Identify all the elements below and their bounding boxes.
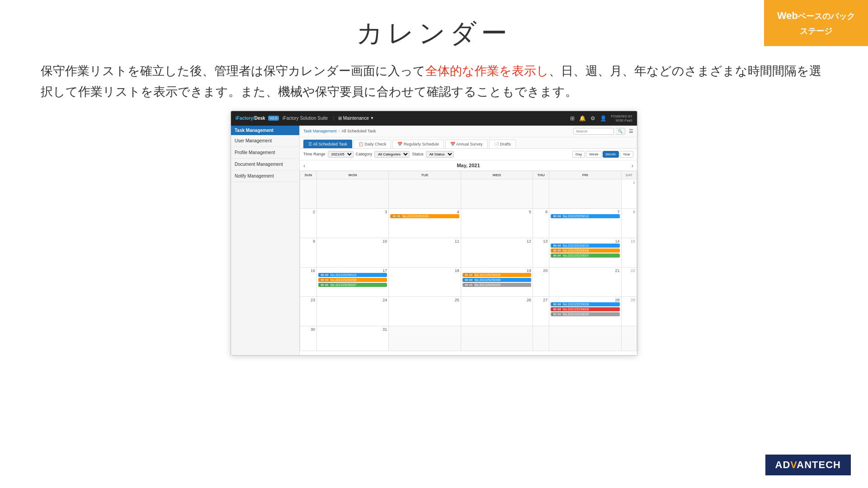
tab-all-scheduled-task[interactable]: ☰ All Scheduled Task [303, 140, 352, 148]
weekday-mon: MON [316, 171, 388, 179]
nav-separator: | [333, 116, 335, 121]
event-pill[interactable]: 00:00No.202105250009 [551, 302, 619, 306]
event-pill[interactable]: 00:00No.202105250008 [318, 278, 387, 282]
weekday-sat: SAT [621, 171, 637, 179]
tab-annual-survey[interactable]: 📅 Annual Survey [445, 140, 488, 148]
event-pill[interactable]: 00:00No.202105250005 [551, 312, 619, 316]
status-label: Status [412, 152, 424, 156]
time-range-select[interactable]: 2021/05 [328, 151, 354, 158]
event-pill[interactable]: 00:00No.202105250006 [551, 307, 619, 311]
calendar-month-header: ‹ May, 2021 › [300, 160, 637, 171]
event-pill[interactable]: 00:00No.202105250010 [551, 244, 619, 248]
version-badge: V2.0 [268, 116, 279, 121]
sidebar-header: Task Management [231, 126, 299, 135]
next-month-button[interactable]: › [632, 163, 633, 169]
page-title: カレンダー [0, 16, 868, 51]
advantech-logo: ADVANTECH [765, 455, 851, 475]
weekday-tue: TUE [389, 171, 461, 179]
badge-top-right: Webベースのバックステージ [764, 0, 868, 46]
table-row: 2 3 4 00:00 No.202105250009 5 6 [300, 208, 637, 238]
calendar-title: May, 2021 [457, 163, 480, 168]
table-row: 1 [300, 179, 637, 208]
weekday-thu: THU [533, 171, 549, 179]
event-pill[interactable]: 00:00No.202105250009 [462, 273, 531, 277]
prev-month-button[interactable]: ‹ [303, 163, 305, 169]
weekday-sun: SUN [300, 171, 317, 179]
breadcrumb-separator: › [339, 129, 340, 133]
filter-bar: Time Range 2021/05 Category All Categori… [300, 149, 637, 160]
grid-icon[interactable]: ⊞ [570, 115, 575, 122]
description: 保守作業リストを確立した後、管理者は保守カレンダー画面に入って全体的な作業を表示… [41, 61, 827, 103]
bell-icon[interactable]: 🔔 [579, 115, 586, 122]
main-content: Task Management › All Scheduled Task 🔍 ☰… [300, 126, 637, 355]
event-pill[interactable]: 00:00No.202105250010 [318, 273, 387, 277]
nav-maintenance[interactable]: ⊞ Maintenance ▼ [338, 116, 374, 121]
powered-by: POWERED BYWISE-PaaS [611, 114, 632, 122]
category-select[interactable]: All Categories [374, 151, 410, 158]
sidebar-item-user-management[interactable]: User Management [231, 135, 299, 147]
list-view-icon[interactable]: ☰ [629, 128, 633, 134]
table-row: 9 10 11 12 13 14 00:00No.202105250010 [300, 238, 637, 267]
event-pill[interactable]: 00:00No.202105250007 [551, 253, 619, 258]
search-input[interactable] [573, 128, 614, 135]
user-icon[interactable]: 👤 [600, 115, 607, 122]
top-nav: iFactory/Desk V2.0 iFactory Solution Sui… [231, 111, 637, 126]
tabs-bar: ☰ All Scheduled Task 📋 Daily Check 📅 Reg… [300, 137, 637, 149]
tab-daily-check[interactable]: 📋 Daily Check [354, 140, 392, 148]
sidebar: Task Management User Management Profile … [231, 126, 300, 355]
event-pill[interactable]: 00:00No.202105250008 [551, 249, 619, 253]
tab-regularly-schedule[interactable]: 📅 Regularly Schedule [392, 140, 444, 148]
view-day-button[interactable]: Day [572, 151, 585, 158]
search-button[interactable]: 🔍 [616, 128, 625, 135]
view-year-button[interactable]: Year [620, 151, 633, 158]
screenshot-wrapper: iFactory/Desk V2.0 iFactory Solution Sui… [231, 111, 637, 356]
view-week-button[interactable]: Week [586, 151, 601, 158]
calendar-table: SUN MON TUE WED THU FRI SAT [300, 171, 637, 351]
time-range-label: Time Range [303, 152, 326, 156]
breadcrumb: Task Management › All Scheduled Task 🔍 ☰ [300, 126, 637, 137]
weekday-fri: FRI [549, 171, 621, 179]
sidebar-item-notify-management[interactable]: Notify Management [231, 170, 299, 182]
breadcrumb-all-scheduled-task: All Scheduled Task [342, 129, 376, 133]
table-row: 30 31 [300, 326, 637, 351]
sidebar-item-profile-management[interactable]: Profile Management [231, 147, 299, 159]
category-label: Category [356, 152, 373, 156]
breadcrumb-task-management[interactable]: Task Management [303, 129, 337, 133]
event-pill[interactable]: 00:00No.202105250005 [462, 283, 531, 287]
brand-logo: iFactory/Desk [236, 116, 265, 121]
status-select[interactable]: All Status [426, 151, 454, 158]
nav-suite[interactable]: iFactory Solution Suite [283, 116, 328, 121]
view-month-button[interactable]: Month [603, 151, 619, 158]
weekday-wed: WED [461, 171, 533, 179]
table-row: 23 24 25 26 27 28 00:00No.202105250009 [300, 296, 637, 326]
table-row: 16 17 00:00No.202105250010 00:00No.20210… [300, 267, 637, 296]
event-pill[interactable]: 00:00 No.202105250010 [551, 214, 619, 218]
settings-icon[interactable]: ⚙ [590, 115, 595, 122]
calendar-container: ‹ May, 2021 › SUN MON TUE WED THU FRI [300, 160, 637, 355]
tab-drafts[interactable]: 📄 Drafts [489, 140, 516, 148]
event-pill[interactable]: 00:00 No.202105250009 [390, 214, 459, 218]
event-pill[interactable]: 00:00No.202105250007 [318, 283, 387, 287]
sidebar-item-document-management[interactable]: Document Management [231, 159, 299, 170]
event-pill[interactable]: 00:00No.202105250006 [462, 278, 531, 282]
